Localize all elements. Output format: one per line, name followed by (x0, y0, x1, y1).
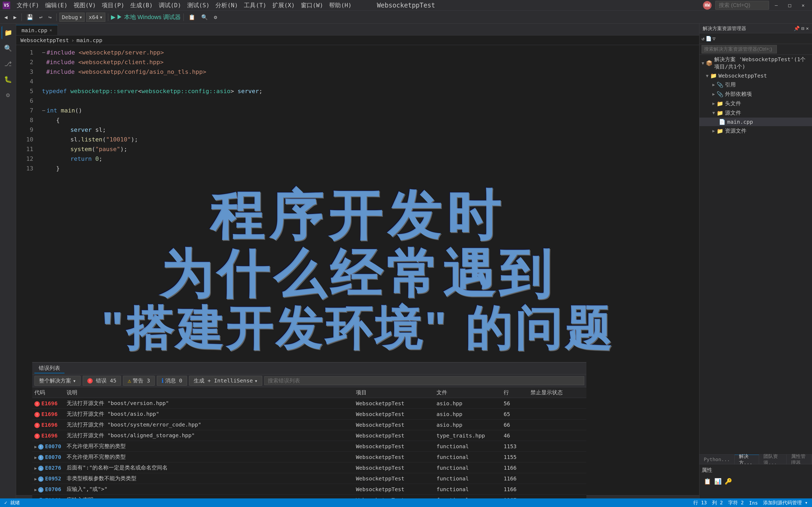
extensions-icon[interactable]: ⚙ (2, 89, 14, 102)
prop-icons: 📋 📊 🔑 (704, 478, 808, 485)
global-search-input[interactable] (715, 1, 769, 10)
menu-help[interactable]: 帮助(H) (326, 0, 354, 10)
external-deps-label: 外部依赖项 (725, 91, 752, 98)
toolbar-sep-2 (56, 13, 57, 21)
minimize-button[interactable]: — (770, 1, 782, 9)
prop-icon-3[interactable]: 🔑 (725, 478, 732, 485)
table-row[interactable]: !E1696 无法打开源文件 "boost/version.hpp" Webso… (32, 398, 587, 409)
show-files-icon[interactable]: 📄 (706, 36, 712, 41)
error-panel-tabs: 错误列表 (32, 362, 587, 375)
menu-tools[interactable]: 工具(T) (241, 0, 269, 10)
row-file: functional (437, 443, 504, 450)
redo-button[interactable]: ↪ (46, 13, 54, 21)
row-line: 46 (504, 432, 530, 439)
tree-references[interactable]: ▶ 📎 引用 (700, 80, 812, 90)
tab-property-manager[interactable]: 属性管理器 (787, 455, 812, 464)
row-line: 1153 (504, 443, 530, 450)
tab-solution[interactable]: 解决方... (734, 455, 759, 464)
tab-main-cpp[interactable]: main.cpp × (16, 25, 58, 35)
row-code: ▶⚠E0952 (34, 475, 67, 482)
tree-solution[interactable]: ▼ 📦 解决方案 'WebsocketppTest'(1个项目/共1个) (700, 55, 812, 71)
menu-file[interactable]: 文件(F) (14, 0, 42, 10)
tree-sources[interactable]: ▼ 📁 源文件 (700, 108, 812, 118)
forward-button[interactable]: ▶ (11, 13, 19, 21)
menu-build[interactable]: 生成(B) (128, 0, 156, 10)
tab-error-list[interactable]: 错误列表 (34, 364, 64, 373)
close-panel-icon[interactable]: × (806, 25, 809, 31)
menu-debug[interactable]: 调试(D) (156, 0, 184, 10)
menu-view[interactable]: 视图(V) (71, 0, 99, 10)
scope-filter[interactable]: 整个解决方案 ▾ (34, 376, 81, 386)
menu-extensions[interactable]: 扩展(X) (270, 0, 298, 10)
table-row[interactable]: ▶⚠E0706 应输入","或">" WebsocketppTest funct… (32, 484, 587, 495)
run-button[interactable]: ▶ ▶ 本地 Windows 调试器 (111, 13, 181, 21)
breadcrumb-project[interactable]: WebsocketppTest (20, 37, 69, 44)
platform-dropdown[interactable]: x64 ▾ (86, 13, 105, 22)
maximize-button[interactable]: □ (783, 1, 796, 9)
tree-resources[interactable]: ▶ 📁 资源文件 (700, 126, 812, 135)
source-control-icon[interactable]: ⎇ (2, 57, 14, 70)
toolbar-icon-3[interactable]: ⚙ (212, 13, 219, 21)
tree-headers[interactable]: ▶ 📁 头文件 (700, 99, 812, 108)
breadcrumb-file[interactable]: main.cpp (77, 37, 102, 44)
pin-icon[interactable]: 📌 (794, 25, 800, 31)
row-desc: 无法打开源文件 "boost/asio.hpp" (67, 410, 356, 417)
chevron-down-icon: ▼ (712, 110, 715, 115)
platform-label: x64 (89, 14, 98, 20)
code-line-13: } (42, 164, 699, 173)
debug-config-label: Debug (62, 14, 78, 20)
collapse-icon[interactable]: ⊟ (801, 25, 804, 31)
debug-icon[interactable]: 🐛 (2, 73, 14, 86)
messages-filter[interactable]: ℹ 消息 0 (157, 376, 187, 386)
toolbar-icon-1[interactable]: 📋 (187, 13, 197, 21)
tab-python[interactable]: Python... (700, 455, 734, 464)
menu-edit[interactable]: 编辑(E) (42, 0, 70, 10)
tree-project[interactable]: ▼ 📁 WebsocketppTest (700, 71, 812, 80)
close-button[interactable]: ✕ (797, 1, 809, 9)
sources-icon: 📁 (717, 110, 723, 116)
explorer-icon[interactable]: 📁 (2, 26, 14, 39)
back-button[interactable]: ◀ (2, 13, 10, 21)
menu-test[interactable]: 测试(S) (185, 0, 212, 10)
undo-button[interactable]: ↩ (37, 13, 45, 21)
row-code: !E1696 (34, 421, 67, 428)
tab-close-icon[interactable]: × (49, 27, 52, 33)
menu-project[interactable]: 项目(P) (99, 0, 127, 10)
filter-icon[interactable]: ▽ (713, 36, 716, 41)
warnings-filter[interactable]: ⚠ 警告 3 (123, 376, 154, 386)
menu-window[interactable]: 窗口(W) (298, 0, 326, 10)
error-search-input[interactable] (264, 376, 584, 385)
table-row[interactable]: !E1696 无法打开源文件 "boost/aligned_storage.hp… (32, 430, 587, 441)
row-project: WebsocketppTest (356, 454, 437, 460)
menu-analyze[interactable]: 分析(N) (213, 0, 241, 10)
build-filter[interactable]: 生成 + IntelliSense ▾ (189, 376, 262, 386)
right-panel-tabs: Python... 解决方... 团队资源... 属性管理器 (700, 454, 812, 464)
user-avatar[interactable]: HW (703, 1, 712, 10)
tab-team-resources[interactable]: 团队资源... (759, 455, 787, 464)
debug-config-dropdown[interactable]: Debug ▾ (59, 13, 85, 22)
table-row[interactable]: ▶!E0070 不允许使用不完整的类型 WebsocketppTest func… (32, 452, 587, 462)
sync-icon[interactable]: ↺ (702, 36, 705, 41)
tree-external-deps[interactable]: ▶ 📎 外部依赖项 (700, 90, 812, 99)
editor-area: main.cpp × WebsocketppTest › main.cpp 1 … (16, 23, 699, 507)
table-row[interactable]: ▶!E0070 不允许使用不完整的类型 WebsocketppTest func… (32, 441, 587, 452)
toolbar-icon-2[interactable]: 🔍 (199, 13, 210, 21)
prop-icon-2[interactable]: 📊 (714, 478, 721, 485)
prop-icon-1[interactable]: 📋 (704, 478, 711, 485)
table-row[interactable]: !E1696 无法打开源文件 "boost/asio.hpp" Websocke… (32, 409, 587, 419)
table-row[interactable]: ▶⚠E0952 非类型模板参数不能为类类型 WebsocketppTest fu… (32, 473, 587, 484)
save-all-button[interactable]: 💾 (24, 13, 36, 21)
row-project: WebsocketppTest (356, 400, 437, 407)
errors-count: 错误 45 (96, 377, 116, 384)
solution-search-input[interactable] (702, 45, 777, 53)
row-desc: 非类型模板参数不能为类类型 (67, 475, 356, 482)
search-icon[interactable]: 🔍 (2, 42, 14, 55)
table-row[interactable]: ▶⚠E0276 后面有":"的名称一定是类名或命名空间名 Websocketpp… (32, 462, 587, 473)
row-desc: 无法打开源文件 "boost/system/error_code.hpp" (67, 421, 356, 428)
status-bar: ✓ 就绪 行 13 列 2 字符 2 Ins 添加到源代码管理 ▾ (0, 498, 812, 507)
table-row[interactable]: !E1696 无法打开源文件 "boost/system/error_code.… (32, 419, 587, 430)
references-label: 引用 (725, 81, 736, 88)
tree-main-cpp[interactable]: 📄 main.cpp (700, 118, 812, 126)
add-to-source-control[interactable]: 添加到源代码管理 ▾ (763, 500, 808, 506)
errors-filter[interactable]: ! 错误 45 (83, 376, 121, 386)
